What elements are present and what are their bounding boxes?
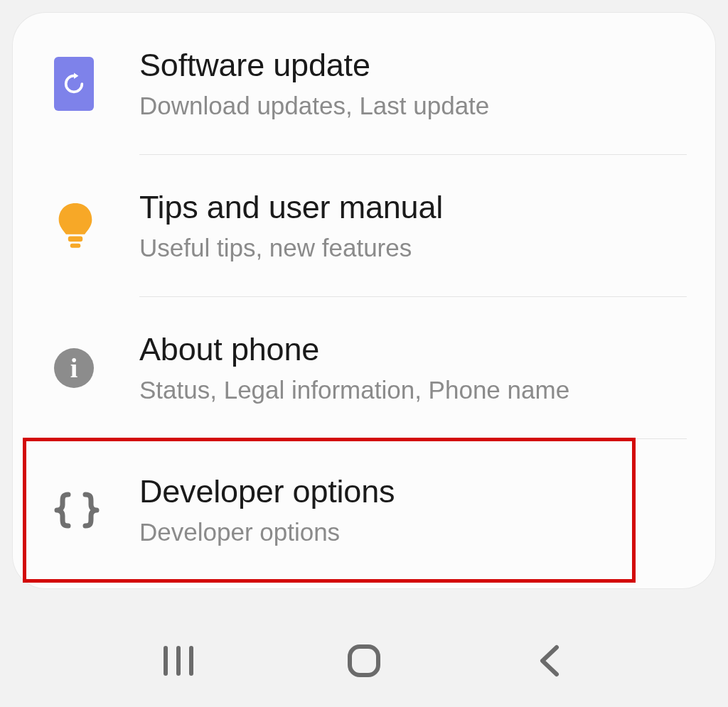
settings-item-tips[interactable]: Tips and user manual Useful tips, new fe… xyxy=(13,155,715,297)
text-slot: Developer options Developer options xyxy=(139,473,687,547)
settings-item-software-update[interactable]: Software update Download updates, Last u… xyxy=(13,13,715,155)
icon-slot: i xyxy=(54,348,139,388)
settings-item-subtitle: Developer options xyxy=(139,517,687,547)
recents-button[interactable] xyxy=(157,639,200,682)
svg-rect-5 xyxy=(350,647,378,675)
settings-item-title: Software update xyxy=(139,47,687,84)
braces-icon xyxy=(51,490,102,530)
icon-slot xyxy=(54,490,139,530)
settings-item-title: Tips and user manual xyxy=(139,189,687,226)
icon-slot xyxy=(54,201,139,251)
settings-item-subtitle: Useful tips, new features xyxy=(139,233,687,263)
svg-rect-1 xyxy=(70,244,81,248)
settings-item-about-phone[interactable]: i About phone Status, Legal information,… xyxy=(13,297,715,439)
svg-rect-0 xyxy=(68,237,82,242)
home-icon xyxy=(346,643,382,679)
settings-item-developer-options[interactable]: Developer options Developer options xyxy=(13,439,715,581)
settings-item-title: About phone xyxy=(139,331,687,368)
text-slot: About phone Status, Legal information, P… xyxy=(139,331,687,405)
navigation-bar xyxy=(0,615,728,707)
settings-card: Software update Download updates, Last u… xyxy=(13,13,715,588)
settings-item-subtitle: Status, Legal information, Phone name xyxy=(139,375,687,405)
recents-icon xyxy=(160,645,197,676)
back-button[interactable] xyxy=(528,639,571,682)
text-slot: Tips and user manual Useful tips, new fe… xyxy=(139,189,687,263)
settings-item-title: Developer options xyxy=(139,473,687,510)
info-icon: i xyxy=(54,348,94,388)
refresh-icon xyxy=(54,57,94,111)
settings-item-subtitle: Download updates, Last update xyxy=(139,91,687,121)
home-button[interactable] xyxy=(343,639,385,682)
icon-slot xyxy=(54,57,139,111)
lightbulb-icon xyxy=(54,201,97,251)
text-slot: Software update Download updates, Last u… xyxy=(139,47,687,121)
back-icon xyxy=(535,643,564,679)
